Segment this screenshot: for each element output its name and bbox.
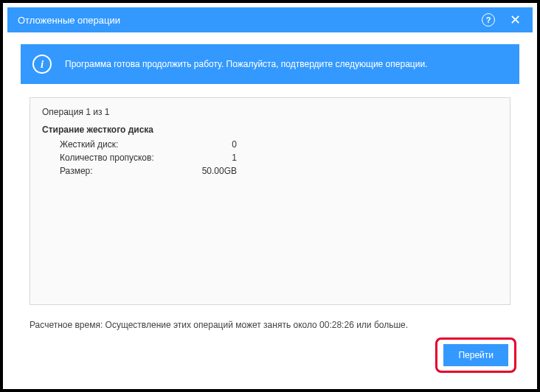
info-icon: i: [32, 55, 52, 74]
screenshot-frame: Отложенные операции ? ✕ i Программа гото…: [0, 0, 540, 392]
passes-value: 1: [178, 151, 237, 164]
button-row: Перейти: [435, 337, 516, 373]
operation-details: Жесткий диск: 0 Количество пропусков: 1 …: [42, 138, 498, 178]
disk-value: 0: [178, 138, 237, 151]
proceed-button[interactable]: Перейти: [443, 344, 508, 366]
disk-label: Жесткий диск:: [60, 138, 178, 151]
size-value: 50.00GB: [178, 164, 237, 178]
operations-panel: Операция 1 из 1 Стирание жесткого диска …: [30, 97, 510, 305]
estimated-time: Расчетное время: Осуществление этих опер…: [30, 320, 510, 330]
detail-row-disk: Жесткий диск: 0: [60, 138, 498, 151]
close-icon[interactable]: ✕: [507, 13, 524, 27]
window-title: Отложенные операции: [18, 15, 482, 26]
operation-title: Стирание жесткого диска: [42, 125, 498, 135]
detail-row-passes: Количество пропусков: 1: [60, 151, 498, 164]
highlight-annotation: Перейти: [435, 337, 516, 373]
dialog-window: Отложенные операции ? ✕ i Программа гото…: [7, 7, 533, 385]
help-icon[interactable]: ?: [482, 13, 495, 27]
titlebar: Отложенные операции ? ✕: [7, 7, 533, 32]
passes-label: Количество пропусков:: [60, 151, 178, 164]
size-label: Размер:: [60, 164, 178, 178]
info-banner: i Программа готова продолжить работу. По…: [21, 44, 519, 84]
detail-row-size: Размер: 50.00GB: [60, 164, 498, 178]
info-message: Программа готова продолжить работу. Пожа…: [65, 59, 427, 69]
operation-counter: Операция 1 из 1: [42, 107, 498, 117]
